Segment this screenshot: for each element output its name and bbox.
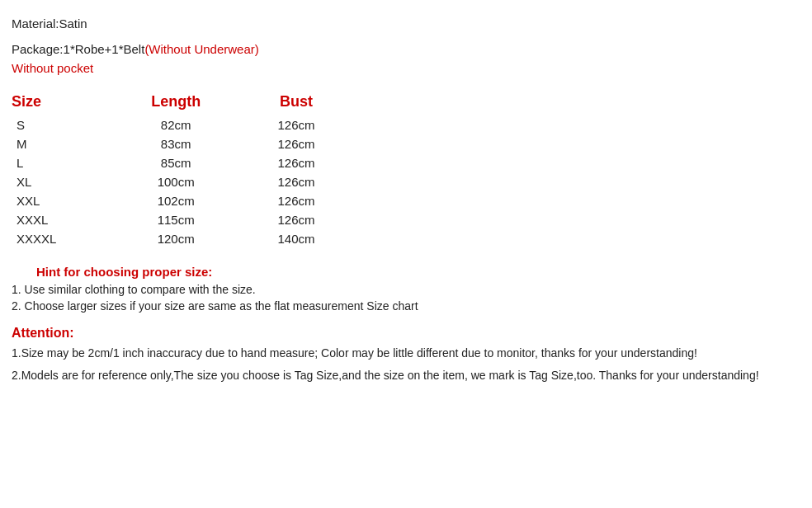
cell-length: 115cm xyxy=(117,210,243,229)
without-pocket-text: Without pocket xyxy=(12,61,795,75)
cell-length: 120cm xyxy=(117,229,243,248)
attention-item-1: 1.Size may be 2cm/1 inch inaccuracy due … xyxy=(12,345,795,362)
col-header-size: Size xyxy=(12,90,117,115)
table-row: XL100cm126cm xyxy=(12,172,358,191)
cell-size: XXL xyxy=(12,191,117,210)
col-header-length: Length xyxy=(117,90,243,115)
hint-item-1: 1. Use similar clothing to compare with … xyxy=(12,283,795,296)
cell-size: XL xyxy=(12,172,117,191)
package-prefix: Package:1*Robe+1*Belt xyxy=(12,42,144,56)
cell-bust: 140cm xyxy=(243,229,358,248)
package-red: (Without Underwear) xyxy=(144,42,258,56)
table-row: XXXXL120cm140cm xyxy=(12,229,358,248)
cell-size: XXXXL xyxy=(12,229,117,248)
cell-bust: 126cm xyxy=(243,115,358,134)
table-row: L85cm126cm xyxy=(12,153,358,172)
material-text: Material:Satin xyxy=(12,16,795,31)
attention-item-2: 2.Models are for reference only,The size… xyxy=(12,367,795,384)
cell-length: 102cm xyxy=(117,191,243,210)
hint-section: Hint for choosing proper size: 1. Use si… xyxy=(12,265,795,313)
cell-size: S xyxy=(12,115,117,134)
cell-size: XXXL xyxy=(12,210,117,229)
table-row: XXL102cm126cm xyxy=(12,191,358,210)
table-row: M83cm126cm xyxy=(12,134,358,153)
cell-bust: 126cm xyxy=(243,172,358,191)
hint-item-2: 2. Choose larger sizes if your size are … xyxy=(12,299,795,313)
cell-bust: 126cm xyxy=(243,153,358,172)
cell-size: M xyxy=(12,134,117,153)
cell-bust: 126cm xyxy=(243,210,358,229)
hint-title: Hint for choosing proper size: xyxy=(36,265,795,279)
cell-bust: 126cm xyxy=(243,134,358,153)
attention-title: Attention: xyxy=(12,326,795,341)
col-header-bust: Bust xyxy=(243,90,358,115)
size-table: Size Length Bust S82cm126cmM83cm126cmL85… xyxy=(12,90,358,248)
attention-section: Attention: 1.Size may be 2cm/1 inch inac… xyxy=(12,326,795,384)
cell-bust: 126cm xyxy=(243,191,358,210)
package-text: Package:1*Robe+1*Belt(Without Underwear) xyxy=(12,42,795,56)
table-row: S82cm126cm xyxy=(12,115,358,134)
cell-length: 100cm xyxy=(117,172,243,191)
cell-length: 83cm xyxy=(117,134,243,153)
cell-size: L xyxy=(12,153,117,172)
cell-length: 85cm xyxy=(117,153,243,172)
table-row: XXXL115cm126cm xyxy=(12,210,358,229)
cell-length: 82cm xyxy=(117,115,243,134)
